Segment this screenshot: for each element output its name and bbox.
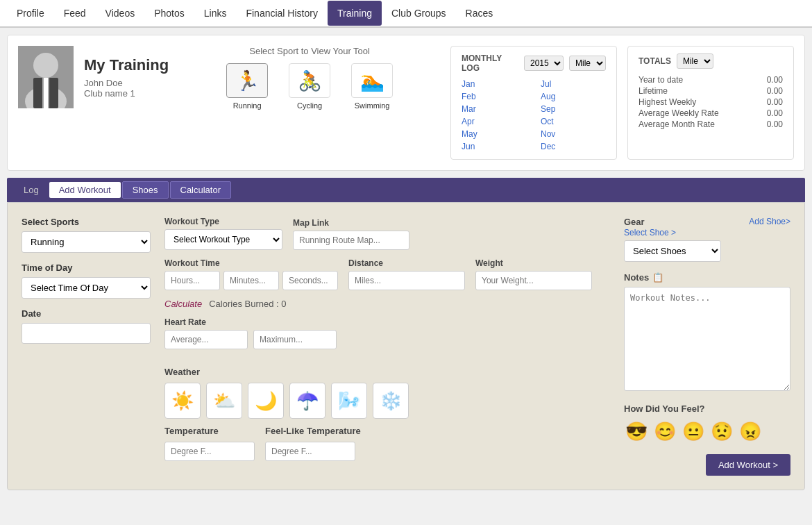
sport-select: Select Sport to View Your Tool 🏃 Running… xyxy=(183,46,437,110)
month-jan[interactable]: Jan xyxy=(462,78,527,90)
feel-neutral[interactable]: 😐 xyxy=(681,419,706,444)
feel-like-input[interactable] xyxy=(265,442,355,461)
temperature-input[interactable] xyxy=(164,442,255,461)
notes-textarea[interactable] xyxy=(624,287,790,391)
sport-cycling[interactable]: 🚴 Cycling xyxy=(289,63,330,110)
nav-training[interactable]: Training xyxy=(328,1,382,26)
month-mar[interactable]: Mar xyxy=(462,103,527,115)
weather-cloudy[interactable]: ⛅ xyxy=(206,383,242,419)
weather-wind[interactable]: 🌬️ xyxy=(331,383,367,419)
nav-races[interactable]: Races xyxy=(456,1,503,26)
time-inputs xyxy=(164,271,338,290)
weather-snow[interactable]: ❄️ xyxy=(373,383,409,419)
profile-section: My Training John Doe Club name 1 Select … xyxy=(7,35,805,171)
monthly-log-year[interactable]: 201520142016 xyxy=(524,56,564,71)
weight-input[interactable] xyxy=(475,271,592,290)
select-sports-label: Select Sports xyxy=(22,217,151,227)
monthly-log-title: MONTHLY LOG xyxy=(462,53,518,73)
distance-label: Distance xyxy=(348,258,465,268)
totals-row-avg-month: Average Month Rate 0.00 xyxy=(638,119,783,130)
right-panel: Gear Select Shoe > Add Shoe> Select Shoe… xyxy=(624,217,790,476)
nav-photos[interactable]: Photos xyxy=(144,1,194,26)
hours-input[interactable] xyxy=(164,271,220,290)
navigation: Profile Feed Videos Photos Links Financi… xyxy=(0,0,812,28)
add-workout-button[interactable]: Add Workout > xyxy=(706,454,790,476)
add-shoe-link[interactable]: Add Shoe> xyxy=(749,217,790,238)
calories-burned: Calories Burned : 0 xyxy=(209,299,286,309)
profile-club: Club name 1 xyxy=(84,88,169,99)
sport-swimming[interactable]: 🏊 Swimming xyxy=(351,63,393,110)
workout-type-row: Workout Type Select Workout Type Map Lin… xyxy=(164,217,610,250)
swimming-label: Swimming xyxy=(355,101,390,110)
nav-financial-history[interactable]: Financial History xyxy=(236,1,327,26)
weather-sunny[interactable]: ☀️ xyxy=(164,383,201,419)
select-sports[interactable]: Running Cycling Swimming xyxy=(22,231,151,253)
feel-sad[interactable]: 😟 xyxy=(709,419,734,444)
svg-rect-4 xyxy=(43,78,49,108)
nav-club-groups[interactable]: Club Groups xyxy=(382,1,456,26)
monthly-log-unit[interactable]: Milekm xyxy=(569,56,606,71)
nav-profile[interactable]: Profile xyxy=(7,1,54,26)
month-dec[interactable]: Dec xyxy=(541,141,606,152)
heart-rate-max[interactable] xyxy=(253,330,337,349)
calc-row: Calculate Calories Burned : 0 xyxy=(164,299,610,309)
time-of-day-label: Time of Day xyxy=(22,262,151,273)
tab-log[interactable]: Log xyxy=(14,182,49,198)
select-shoes[interactable]: Select Shoes xyxy=(624,240,721,262)
date-input[interactable] xyxy=(22,323,151,344)
svg-rect-5 xyxy=(42,78,44,108)
miles-input[interactable] xyxy=(348,271,465,290)
month-nov[interactable]: Nov xyxy=(541,128,606,140)
totals-row-ytd: Year to date 0.00 xyxy=(638,74,783,85)
select-time-of-day[interactable]: Select Time Of Day Morning Afternoon Eve… xyxy=(22,277,151,299)
nav-links[interactable]: Links xyxy=(194,1,237,26)
weather-section: Weather ☀️ ⛅ 🌙 ☂️ 🌬️ ❄️ Temperature Feel… xyxy=(164,367,610,461)
gear-header: Gear Select Shoe > Add Shoe> xyxy=(624,217,790,238)
totals-unit[interactable]: Milekm xyxy=(677,53,713,69)
month-may[interactable]: May xyxy=(462,128,527,140)
tab-add-workout[interactable]: Add Workout xyxy=(49,182,121,198)
calculate-link[interactable]: Calculate xyxy=(164,299,202,309)
feel-happy[interactable]: 😊 xyxy=(652,419,677,444)
nav-videos[interactable]: Videos xyxy=(96,1,145,26)
gear-title: Gear xyxy=(624,217,645,227)
tab-calculator[interactable]: Calculator xyxy=(170,181,232,199)
weather-night[interactable]: 🌙 xyxy=(248,383,284,419)
weather-rain[interactable]: ☂️ xyxy=(289,383,325,419)
map-link-input[interactable] xyxy=(293,231,409,250)
gear-section: Gear Select Shoe > Add Shoe> Select Shoe… xyxy=(624,217,790,262)
nav-feed[interactable]: Feed xyxy=(54,1,96,26)
heart-rate-avg[interactable] xyxy=(164,330,248,349)
feel-bad[interactable]: 😠 xyxy=(738,419,763,444)
month-feb[interactable]: Feb xyxy=(462,91,527,102)
emoji-row: 😎 😊 😐 😟 😠 xyxy=(624,419,790,444)
seconds-input[interactable] xyxy=(282,271,338,290)
feel-like-label: Feel-Like Temperature xyxy=(265,426,361,436)
month-jul[interactable]: Jul xyxy=(541,78,606,90)
weight-group: Weight xyxy=(475,258,592,290)
add-workout-footer: Add Workout > xyxy=(624,454,790,476)
workout-time-label: Workout Time xyxy=(164,258,338,268)
workout-time-row: Workout Time Distance Weight xyxy=(164,258,610,290)
minutes-input[interactable] xyxy=(223,271,279,290)
month-apr[interactable]: Apr xyxy=(462,116,527,127)
month-aug[interactable]: Aug xyxy=(541,91,606,102)
select-shoe-link[interactable]: Select Shoe > xyxy=(624,228,676,238)
feel-title: How Did You Feel? xyxy=(624,403,790,414)
monthly-log: MONTHLY LOG 201520142016 Milekm Jan Jul … xyxy=(450,46,617,160)
workout-type-select[interactable]: Select Workout Type xyxy=(164,229,282,250)
temperature-label: Temperature xyxy=(164,426,255,436)
month-oct[interactable]: Oct xyxy=(541,116,606,127)
months-grid: Jan Jul Feb Aug Mar Sep Apr Oct May Nov … xyxy=(462,78,606,152)
totals-row-highest: Highest Weekly 0.00 xyxy=(638,97,783,108)
sport-running[interactable]: 🏃 Running xyxy=(226,63,268,110)
notes-label: Notes 📋 xyxy=(624,272,790,283)
month-jun[interactable]: Jun xyxy=(462,141,527,152)
feel-like-group: Feel-Like Temperature xyxy=(265,426,361,461)
month-sep[interactable]: Sep xyxy=(541,103,606,115)
svg-rect-6 xyxy=(48,78,49,108)
log-area: MONTHLY LOG 201520142016 Milekm Jan Jul … xyxy=(450,46,794,160)
tab-shoes[interactable]: Shoes xyxy=(122,181,169,199)
feel-amazing[interactable]: 😎 xyxy=(624,419,649,444)
distance-group: Distance xyxy=(348,258,465,290)
